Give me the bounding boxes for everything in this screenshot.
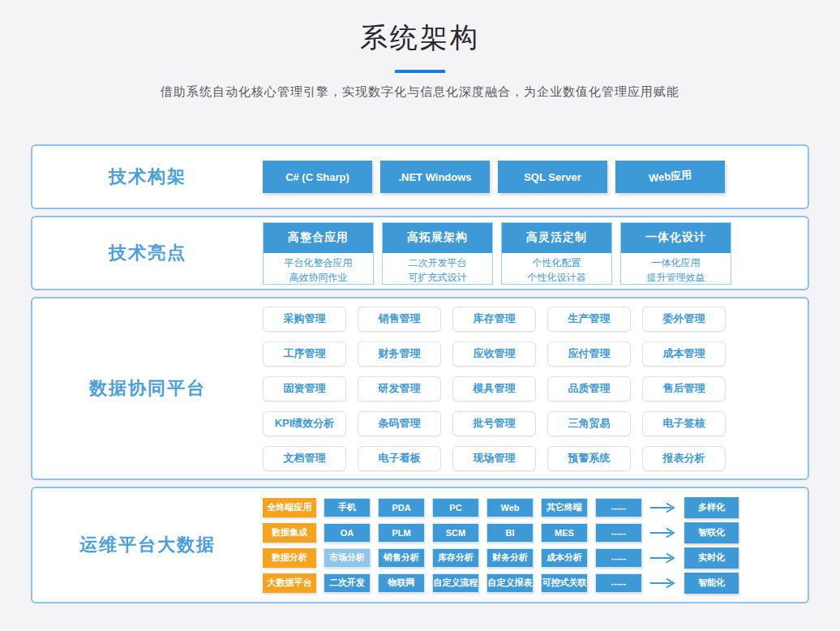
platform-grid-row: 采购管理销售管理库存管理生产管理委外管理	[263, 307, 726, 332]
bigdata-item[interactable]: SCM	[432, 523, 479, 543]
highlight-card-title: 高灵活定制	[502, 223, 611, 253]
bigdata-item[interactable]: -----	[595, 573, 642, 593]
section-tech-stack-label: 技术构架	[32, 146, 263, 208]
module-chip[interactable]: 批号管理	[452, 411, 536, 436]
module-chip[interactable]: 采购管理	[263, 307, 346, 332]
category-tag[interactable]: 数据集成	[263, 523, 316, 543]
bigdata-item[interactable]: 自定义流程	[432, 573, 479, 593]
tech-button-2[interactable]: SQL Server	[498, 161, 607, 193]
module-chip[interactable]: 固资管理	[263, 376, 346, 401]
tech-button-1[interactable]: .NET Windows	[380, 161, 490, 193]
tech-button-0[interactable]: C# (C Sharp)	[263, 161, 372, 193]
module-chip[interactable]: 销售管理	[358, 307, 441, 332]
module-chip[interactable]: 售后管理	[642, 376, 726, 401]
module-chip[interactable]: 模具管理	[452, 376, 536, 401]
module-chip[interactable]: 研发管理	[358, 376, 441, 401]
highlight-card-0: 高整合应用平台化整合应用高效协同作业	[263, 222, 374, 285]
module-chip[interactable]: 品质管理	[547, 376, 631, 401]
bigdata-row: 大数据平台二次开发物联网自定义流程自定义报表可控式关联-----智能化	[263, 573, 739, 594]
tech-button-label: Web应用	[648, 168, 692, 187]
module-chip[interactable]: 委外管理	[642, 307, 726, 332]
bigdata-item[interactable]: 财务分析	[486, 548, 534, 568]
module-chip[interactable]: 应收管理	[452, 341, 536, 367]
highlight-card-title: 高整合应用	[264, 223, 373, 253]
module-chip[interactable]: 财务管理	[358, 341, 441, 367]
bigdata-item[interactable]: 其它终端	[541, 498, 588, 517]
module-chip[interactable]: 三角贸易	[547, 411, 631, 436]
module-chip[interactable]: 应付管理	[547, 341, 631, 367]
bigdata-item[interactable]: -----	[595, 498, 642, 517]
highlight-card-line: 平台化整合应用	[264, 255, 373, 270]
module-chip[interactable]: KPI绩效分析	[263, 411, 346, 436]
tech-button-label: C# (C Sharp)	[285, 171, 349, 183]
bigdata-item[interactable]: 自定义报表	[486, 573, 534, 593]
platform-grid-row: KPI绩效分析条码管理批号管理三角贸易电子签核	[263, 411, 726, 436]
module-chip[interactable]: 库存管理	[452, 307, 536, 332]
platform-grid-row: 固资管理研发管理模具管理品质管理售后管理	[263, 376, 726, 401]
module-chip[interactable]: 成本管理	[642, 341, 726, 367]
tech-button-label: SQL Server	[524, 171, 581, 183]
bigdata-item[interactable]: 市场分析	[324, 548, 371, 568]
highlight-card-body: 二次开发平台可扩充式设计	[383, 253, 492, 285]
highlight-card-line: 个性化设计器	[502, 270, 611, 285]
result-tag: 智联化	[684, 522, 739, 543]
bigdata-item[interactable]: -----	[595, 548, 642, 568]
result-tag: 智能化	[684, 573, 739, 594]
highlight-card-3: 一体化设计一体化应用提升管理效益	[620, 222, 731, 285]
platform-grid-row: 工序管理财务管理应收管理应付管理成本管理	[263, 341, 726, 367]
section-bigdata: 运维平台大数据 全终端应用手机PDAPCWeb其它终端-----多样化数据集成O…	[31, 487, 809, 603]
bigdata-item[interactable]: PLM	[378, 523, 425, 543]
section-bigdata-label: 运维平台大数据	[32, 488, 263, 602]
module-chip[interactable]: 文档管理	[263, 446, 346, 471]
bigdata-item[interactable]: 手机	[324, 498, 371, 517]
bigdata-item[interactable]: 二次开发	[324, 573, 371, 593]
highlight-card-body: 个性化配置个性化设计器	[502, 253, 611, 285]
bigdata-item[interactable]: OA	[324, 523, 371, 543]
section-highlights-label: 技术亮点	[32, 217, 263, 289]
tech-button-label: .NET Windows	[398, 171, 471, 183]
module-chip[interactable]: 电子看板	[358, 446, 441, 471]
highlight-card-line: 二次开发平台	[383, 255, 492, 270]
arrow-right-icon	[649, 527, 677, 539]
category-tag[interactable]: 全终端应用	[263, 498, 316, 517]
bigdata-item[interactable]: Web	[486, 498, 534, 517]
bigdata-item[interactable]: MES	[541, 523, 588, 543]
highlight-card-line: 可扩充式设计	[383, 270, 492, 285]
bigdata-item[interactable]: PC	[432, 498, 479, 517]
highlight-card-body: 一体化应用提升管理效益	[621, 253, 731, 285]
bigdata-item[interactable]: 销售分析	[378, 548, 425, 568]
highlight-card-1: 高拓展架构二次开发平台可扩充式设计	[382, 222, 493, 285]
page-title: 系统架构	[0, 19, 840, 57]
title-underline	[395, 70, 445, 73]
highlight-card-2: 高灵活定制个性化配置个性化设计器	[501, 222, 612, 285]
bigdata-item[interactable]: PDA	[378, 498, 425, 517]
arrow-right-icon	[649, 577, 677, 589]
tech-button-3[interactable]: Web应用	[615, 161, 725, 193]
bigdata-item[interactable]: 库存分析	[432, 548, 479, 568]
arrow-right-icon	[649, 552, 677, 564]
module-chip[interactable]: 生产管理	[547, 307, 631, 332]
page-subtitle: 借助系统自动化核心管理引擎，实现数字化与信息化深度融合，为企业数值化管理应用赋能	[0, 84, 840, 100]
highlight-card-title: 一体化设计	[621, 223, 731, 253]
module-chip[interactable]: 电子签核	[642, 411, 726, 436]
module-chip[interactable]: 条码管理	[358, 411, 441, 436]
module-chip[interactable]: 工序管理	[263, 341, 346, 367]
bigdata-rows: 全终端应用手机PDAPCWeb其它终端-----多样化数据集成OAPLMSCMB…	[263, 488, 739, 602]
module-chip[interactable]: 现场管理	[452, 446, 536, 471]
bigdata-item[interactable]: 成本分析	[541, 548, 588, 568]
bigdata-item[interactable]: BI	[486, 523, 534, 543]
highlight-card-body: 平台化整合应用高效协同作业	[264, 253, 373, 285]
module-chip[interactable]: 预警系统	[547, 446, 631, 471]
section-platform: 数据协同平台 采购管理销售管理库存管理生产管理委外管理工序管理财务管理应收管理应…	[31, 297, 809, 480]
section-highlights: 技术亮点 高整合应用平台化整合应用高效协同作业高拓展架构二次开发平台可扩充式设计…	[31, 216, 809, 290]
bigdata-item[interactable]: 可控式关联	[541, 573, 588, 593]
bigdata-item[interactable]: 物联网	[378, 573, 425, 593]
highlight-card-line: 提升管理效益	[621, 270, 731, 285]
category-tag[interactable]: 数据分析	[263, 548, 316, 568]
module-chip[interactable]: 报表分析	[642, 446, 726, 471]
bigdata-item[interactable]: -----	[595, 523, 642, 543]
tech-stack-buttons: C# (C Sharp).NET WindowsSQL ServerWeb应用	[263, 146, 725, 208]
platform-module-grid: 采购管理销售管理库存管理生产管理委外管理工序管理财务管理应收管理应付管理成本管理…	[263, 298, 726, 479]
category-tag[interactable]: 大数据平台	[263, 573, 316, 593]
bigdata-row: 数据集成OAPLMSCMBIMES-----智联化	[263, 522, 739, 543]
